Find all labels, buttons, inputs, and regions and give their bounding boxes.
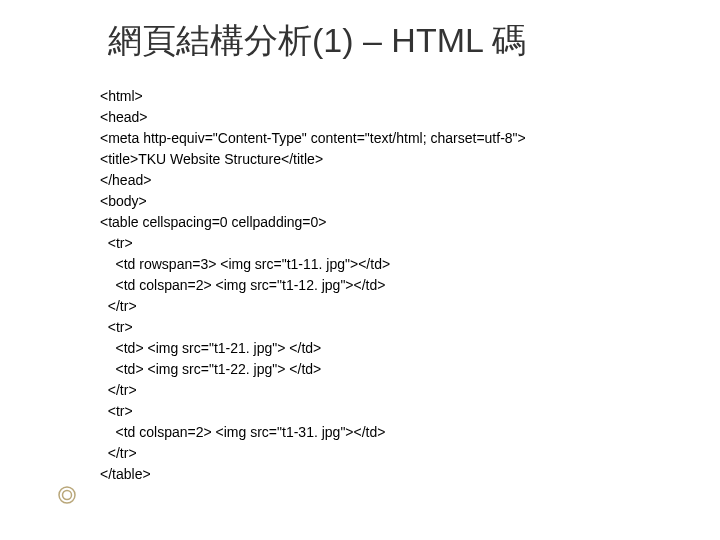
code-line: <tr>	[100, 319, 133, 335]
code-line: <body>	[100, 193, 147, 209]
code-line: </head>	[100, 172, 151, 188]
code-line: </table>	[100, 466, 151, 482]
svg-point-0	[59, 487, 75, 503]
slide-title: 網頁結構分析(1) – HTML 碼	[108, 18, 660, 64]
code-block: <html> <head> <meta http-equiv="Content-…	[100, 86, 660, 485]
code-line: <tr>	[100, 403, 133, 419]
slide-container: 網頁結構分析(1) – HTML 碼 <html> <head> <meta h…	[0, 0, 720, 505]
bullet-icon	[58, 486, 76, 504]
code-line: <table cellspacing=0 cellpadding=0>	[100, 214, 327, 230]
code-line: <html>	[100, 88, 143, 104]
code-line: <td> <img src="t1-21. jpg"> </td>	[100, 340, 321, 356]
code-line: <td> <img src="t1-22. jpg"> </td>	[100, 361, 321, 377]
code-line: </tr>	[100, 298, 137, 314]
svg-point-1	[63, 491, 72, 500]
code-line: <tr>	[100, 235, 133, 251]
code-line: <td rowspan=3> <img src="t1-11. jpg"></t…	[100, 256, 390, 272]
code-line: </tr>	[100, 382, 137, 398]
code-line: <title>TKU Website Structure</title>	[100, 151, 323, 167]
code-line: <td colspan=2> <img src="t1-31. jpg"></t…	[100, 424, 385, 440]
code-line: <head>	[100, 109, 148, 125]
code-line: </tr>	[100, 445, 137, 461]
code-line: <td colspan=2> <img src="t1-12. jpg"></t…	[100, 277, 385, 293]
code-line: <meta http-equiv="Content-Type" content=…	[100, 130, 526, 146]
